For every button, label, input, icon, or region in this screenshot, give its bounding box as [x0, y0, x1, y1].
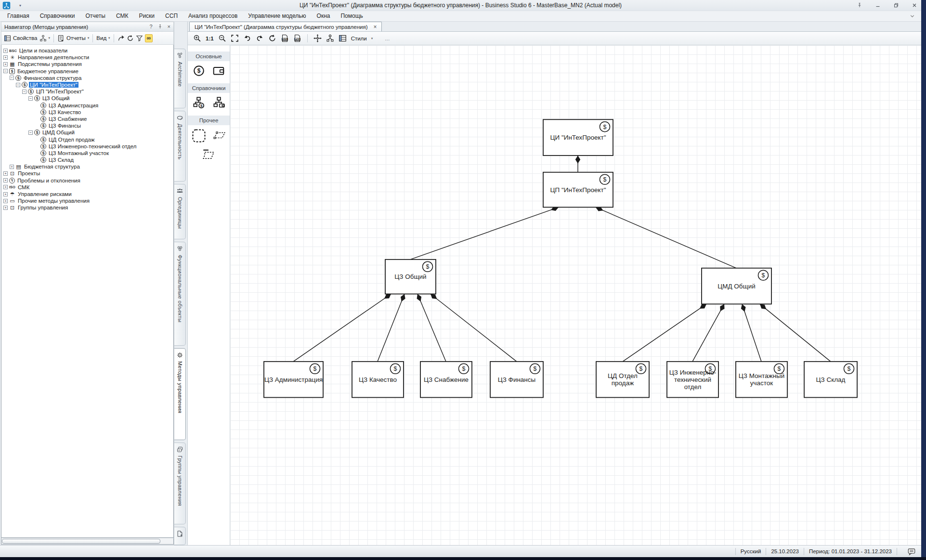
- tree-expander[interactable]: +: [3, 62, 8, 66]
- zoom-100-button[interactable]: 1:1: [206, 36, 214, 41]
- diagram-node-cp[interactable]: $ЦП "ИнТехПроект": [543, 172, 613, 208]
- chevron-down-icon[interactable]: ▾: [88, 36, 90, 40]
- menu-item[interactable]: Отчеты: [80, 11, 110, 21]
- tree-item[interactable]: $ЦЗ Монтажный участок: [1, 150, 173, 156]
- menu-item[interactable]: Риски: [133, 11, 160, 21]
- tree-item-label[interactable]: ЦЗ Снабжение: [48, 116, 88, 122]
- pan-icon[interactable]: [313, 34, 322, 42]
- export-svg-icon[interactable]: [281, 34, 289, 42]
- org-money-icon[interactable]: [192, 96, 205, 109]
- tree-item-label[interactable]: ЦП "ИнТехПроект": [35, 89, 85, 94]
- tree-item[interactable]: $ЦД Отдел продаж: [1, 136, 173, 143]
- side-tab-деятельность[interactable]: Деятельность: [174, 111, 186, 182]
- money-circle-icon[interactable]: [193, 65, 205, 77]
- dashed-frame-icon[interactable]: [202, 148, 216, 161]
- tree-item-label[interactable]: Прочие методы управления: [17, 198, 91, 204]
- tree-expander[interactable]: +: [3, 49, 8, 53]
- tree-expander[interactable]: +: [3, 206, 8, 210]
- tree-item-label[interactable]: ЦИ "ИнТехПроект": [29, 82, 78, 88]
- tree-item[interactable]: +⊡Проекты: [1, 170, 173, 177]
- chevron-down-icon[interactable]: ▾: [371, 37, 373, 40]
- diagram-tab[interactable]: ЦИ "ИнТехПроект" (Диаграмма структуры бю…: [189, 22, 382, 31]
- diagram-node-fin[interactable]: $ЦЗ Финансы: [490, 362, 543, 398]
- tree-item[interactable]: $ЦЗ Инженерно-технический отдел: [1, 143, 173, 150]
- refresh-icon[interactable]: [127, 35, 134, 42]
- tree-item-label[interactable]: Цели и показатели: [18, 48, 68, 53]
- link-chain-icon[interactable]: ∞: [145, 34, 153, 42]
- diagram-node-otd[interactable]: $ЦД Отделпродаж: [596, 362, 649, 398]
- tab-close-icon[interactable]: ×: [373, 24, 377, 30]
- tree-item-label[interactable]: Бюджетное управление: [16, 68, 79, 74]
- scrollbar-thumb[interactable]: [2, 539, 160, 544]
- tree-item[interactable]: +☂Управление рисками: [1, 191, 173, 197]
- filter-funnel-icon[interactable]: [136, 35, 143, 42]
- refresh-icon[interactable]: [268, 34, 276, 42]
- tree-expander[interactable]: +: [3, 171, 8, 176]
- tree-expander[interactable]: +: [3, 185, 8, 189]
- diagram-node-snab[interactable]: $ЦЗ Снабжение: [420, 362, 472, 398]
- tree-expander[interactable]: −: [22, 90, 26, 94]
- diagram-edge[interactable]: [410, 207, 559, 259]
- side-tab-методы-управления[interactable]: Методы управления: [174, 348, 186, 440]
- tree-expander[interactable]: −: [28, 96, 33, 101]
- tree-item[interactable]: +↯Проблемы и отклонения: [1, 177, 173, 184]
- tree-expander[interactable]: −: [28, 130, 33, 135]
- diagram-node-cz[interactable]: $ЦЗ Общий: [385, 260, 436, 294]
- tree-item[interactable]: −$ЦМД Общий: [1, 129, 173, 136]
- tree-item-label[interactable]: Группы управления: [17, 205, 69, 210]
- share-arrow-icon[interactable]: [117, 35, 125, 42]
- diagram-node-skl[interactable]: $ЦЗ Склад: [804, 362, 857, 398]
- tree-item[interactable]: −$Бюджетное управление: [1, 68, 173, 75]
- tree-item[interactable]: −$ЦЗ Общий: [1, 95, 173, 102]
- diagram-edge[interactable]: [760, 304, 831, 361]
- tree-item-label[interactable]: ЦЗ Общий: [41, 95, 71, 101]
- view-button[interactable]: Вид: [96, 35, 106, 41]
- menu-item[interactable]: СМК: [111, 11, 134, 21]
- tree-item-label[interactable]: СМК: [17, 184, 30, 190]
- styles-button[interactable]: Стили: [351, 36, 367, 41]
- language-indicator[interactable]: Русский: [741, 548, 761, 554]
- pin-icon[interactable]: [857, 2, 862, 8]
- diagram-edge[interactable]: [293, 294, 391, 362]
- wallet-icon[interactable]: [212, 65, 225, 77]
- tree-item[interactable]: $ЦЗ Качество: [1, 109, 173, 116]
- tree-item-label[interactable]: Финансовая структура: [23, 75, 82, 81]
- menu-item[interactable]: Справочники: [35, 11, 80, 21]
- tree-item-label[interactable]: ЦМД Общий: [41, 130, 76, 135]
- diagram-node-ci[interactable]: $ЦИ "ИнТехПроект": [543, 119, 613, 156]
- zoom-out-icon[interactable]: [218, 34, 226, 42]
- tree-expander[interactable]: +: [3, 199, 8, 203]
- tree-item[interactable]: −$ЦП "ИнТехПроект": [1, 88, 173, 95]
- diagram-canvas[interactable]: $ЦИ "ИнТехПроект"$ЦП "ИнТехПроект"$ЦЗ Об…: [230, 45, 921, 545]
- tree-item-label[interactable]: ЦЗ Качество: [48, 109, 82, 115]
- tree-item-label[interactable]: Подсистемы управления: [17, 61, 83, 67]
- hierarchy-icon[interactable]: [326, 34, 334, 42]
- undo-icon[interactable]: [243, 34, 251, 42]
- tree-item[interactable]: $ЦЗ Склад: [1, 156, 173, 163]
- diagram-edge[interactable]: [596, 207, 736, 268]
- diagram-edge[interactable]: [742, 304, 761, 361]
- tree-expander[interactable]: +: [3, 192, 8, 196]
- tree-item-label[interactable]: ЦЗ Администрация: [48, 103, 99, 108]
- diagram-edge[interactable]: [623, 304, 706, 361]
- tree-item-label[interactable]: Проекты: [17, 170, 41, 176]
- redo-icon[interactable]: [256, 34, 264, 42]
- side-tab-группы-управления[interactable]: Группы управления: [174, 443, 186, 524]
- comment-balloon-icon[interactable]: [907, 547, 916, 556]
- tree-item[interactable]: +✳Направления деятельности: [1, 54, 173, 61]
- report-icon[interactable]: [57, 35, 65, 42]
- side-tab-функциональные-объекты[interactable]: Функциональные объекты: [174, 242, 186, 346]
- tree-expander[interactable]: +: [10, 165, 14, 169]
- close-icon[interactable]: [912, 2, 917, 8]
- diagram-edge[interactable]: [378, 294, 404, 362]
- properties-grid-icon[interactable]: [4, 35, 11, 42]
- reports-button[interactable]: Отчеты: [66, 35, 86, 41]
- menu-item[interactable]: Анализ процессов: [183, 11, 243, 21]
- horizontal-scrollbar[interactable]: [1, 538, 174, 545]
- chevron-down-icon[interactable]: ▾: [49, 36, 51, 40]
- tree-item[interactable]: +⊡Группы управления: [1, 204, 173, 211]
- export-png-icon[interactable]: [293, 34, 301, 42]
- tree-expander[interactable]: −: [10, 76, 14, 80]
- menu-item[interactable]: Окна: [312, 11, 336, 21]
- tree-expander[interactable]: +: [3, 178, 8, 182]
